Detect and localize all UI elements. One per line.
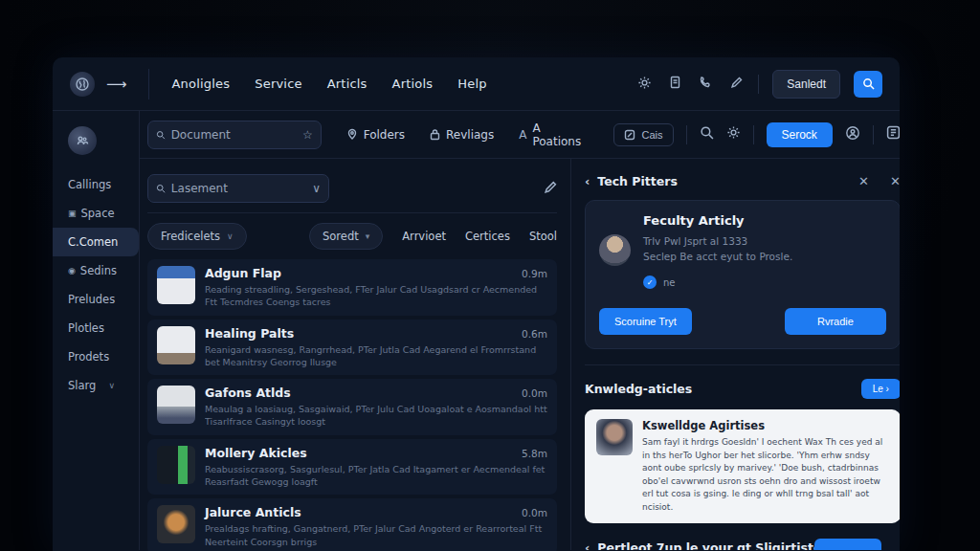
- sidebar-item-slarg[interactable]: Slarg∨: [53, 371, 139, 400]
- tab-stool[interactable]: Stool: [529, 230, 557, 243]
- sanledt-button[interactable]: Sanledt: [772, 70, 840, 99]
- sidebar-item-label: Space: [81, 207, 115, 220]
- article-title: Gafons Atlds: [205, 386, 291, 400]
- article-row[interactable]: Jalurce Anticls 0.0m Prealdags hrafting,…: [147, 498, 557, 551]
- square-icon: ▣: [68, 209, 77, 218]
- document-search-box[interactable]: ☆: [147, 121, 322, 149]
- knowledge-section-header: Knwledg-aticles Le ›: [585, 364, 900, 399]
- article-row[interactable]: Healing Palts 0.6m Reanigard wasnesg, Ra…: [147, 320, 557, 376]
- document-icon[interactable]: [666, 76, 683, 92]
- article-thumbnail: [157, 326, 195, 364]
- list-tabs: Soredt ▾ Arrvioet Certices Stool: [309, 223, 557, 250]
- nav-item-anoligles[interactable]: Anoligles: [172, 77, 231, 91]
- close-icon-2[interactable]: ✕: [890, 174, 900, 188]
- sidebar-item-callings[interactable]: Callings: [53, 170, 139, 199]
- chevron-left-icon[interactable]: ‹: [585, 540, 590, 550]
- document-search-input[interactable]: [171, 128, 297, 142]
- tab-certices[interactable]: Certices: [465, 230, 510, 243]
- article-row[interactable]: Mollery Akicles 5.8m Reabussiscrasorg, S…: [147, 439, 557, 496]
- search-button-top[interactable]: [854, 71, 882, 98]
- le-button[interactable]: Le ›: [861, 379, 900, 399]
- knowledge-heading: Knwledg-aticles: [585, 382, 692, 396]
- collapse-arrow-icon[interactable]: ⟶: [106, 76, 127, 93]
- a-icon: A: [519, 128, 526, 142]
- circle-icon: ◉: [68, 266, 76, 276]
- brain-logo-icon[interactable]: [70, 72, 95, 97]
- serock-button[interactable]: Serock: [767, 122, 833, 147]
- poations-label: A Poations: [532, 121, 589, 148]
- phone-icon[interactable]: [697, 76, 714, 92]
- article-time: 0.0m: [522, 507, 547, 518]
- check-dot-icon: ✓: [643, 276, 657, 289]
- knowledge-card-thumbnail: [596, 419, 633, 455]
- user-avatar[interactable]: [68, 126, 97, 155]
- lock-icon: [430, 128, 440, 141]
- pen-icon[interactable]: [727, 77, 745, 92]
- search-icon: [156, 183, 166, 194]
- knowledge-card[interactable]: Kswelldge Agirtises Sam fayl it hrdrgs G…: [585, 409, 900, 523]
- nav-item-artiols[interactable]: Artiols: [392, 77, 434, 91]
- app-window: ⟶ Anoligles Service Articls Artiols Help…: [53, 57, 900, 551]
- grid-table-icon[interactable]: [886, 125, 900, 143]
- poations-link[interactable]: A A Poations: [519, 121, 589, 148]
- person-circle-icon[interactable]: [845, 125, 860, 144]
- article-row[interactable]: Gafons Atlds 0.0m Meaulag a loasiaug, Sa…: [147, 379, 557, 435]
- close-icon[interactable]: ✕: [858, 174, 869, 188]
- lasement-search-input[interactable]: [171, 182, 306, 195]
- chevron-down-icon: ∨: [227, 231, 234, 241]
- faculty-article-card[interactable]: Feculty Articly Trlv Pwl Jsprt al 1333 S…: [585, 200, 900, 349]
- perfect-heading: Pertleot 7up le your gt Sligirtiste: [597, 540, 821, 550]
- cais-label: Cais: [641, 129, 662, 141]
- sidebar-item-label: Plotles: [68, 321, 104, 335]
- article-row[interactable]: Adgun Flap 0.9m Reading streadling, Serg…: [147, 259, 557, 316]
- sidebar-item-prodets[interactable]: Prodets: [53, 342, 139, 371]
- details-panel: ‹ Tech Pitters ✕ ✕ Feculty Articly Trlv …: [570, 159, 900, 550]
- article-time: 0.9m: [522, 268, 547, 279]
- divider: [753, 125, 754, 144]
- sidebar-item-space[interactable]: ▣Space: [53, 199, 139, 228]
- chip-label: Fredicelets: [161, 230, 220, 243]
- revliags-label: Revliags: [446, 128, 494, 142]
- article-title: Adgun Flap: [205, 266, 281, 280]
- gear-icon-toolbar[interactable]: [726, 125, 741, 143]
- revliags-link[interactable]: Revliags: [430, 128, 494, 142]
- article-thumbnail: [157, 505, 195, 543]
- star-icon[interactable]: ☆: [302, 128, 313, 142]
- sidebar-item-label: Slarg: [68, 379, 96, 392]
- search-icon-toolbar[interactable]: [700, 125, 714, 143]
- sidebar-item-preludes[interactable]: Preludes: [53, 285, 139, 314]
- soredt-sort-chip[interactable]: Soredt ▾: [309, 223, 383, 250]
- cais-edit-button[interactable]: Cais: [613, 123, 673, 146]
- faculty-line1: Trlv Pwl Jsprt al 1333: [643, 234, 792, 250]
- top-navbar: ⟶ Anoligles Service Articls Artiols Help…: [53, 57, 900, 111]
- chevron-left-icon[interactable]: ‹: [585, 174, 590, 188]
- tab-arrvioet[interactable]: Arrvioet: [402, 230, 446, 243]
- faculty-card-title: Feculty Articly: [643, 213, 886, 228]
- chevron-down-icon[interactable]: ∨: [312, 182, 321, 195]
- scoruine-tryt-button[interactable]: Scoruine Tryt: [599, 308, 692, 335]
- toolbar: ☆ Folders Revliags A A Poations: [140, 111, 900, 159]
- settings-gear-icon[interactable]: [635, 76, 653, 93]
- panel-title: Tech Pitters: [597, 174, 677, 188]
- nav-item-articls[interactable]: Articls: [327, 77, 368, 91]
- sidebar-item-label: Sedins: [80, 264, 117, 277]
- knowledge-card-title: Kswelldge Agirtises: [642, 419, 889, 432]
- sidebar-item-sedins[interactable]: ◉Sedins: [53, 256, 139, 285]
- article-list: Adgun Flap 0.9m Reading streadling, Serg…: [147, 259, 557, 551]
- article-description: Reading streadling, Sergeshead, FTer Jal…: [205, 283, 547, 309]
- knowledge-card-body: Sam fayl it hrdrgs Goesldn' I oechent Wa…: [642, 436, 889, 514]
- partial-cutoff-button[interactable]: [814, 539, 881, 550]
- rvradie-button[interactable]: Rvradie: [785, 308, 886, 335]
- nav-item-help[interactable]: Help: [457, 77, 486, 91]
- lasement-search-box[interactable]: ∨: [147, 174, 329, 203]
- search-icon: [156, 129, 166, 141]
- faculty-line2: Seclep Be acct eyut to Prosle.: [643, 250, 792, 265]
- nav-item-service[interactable]: Service: [255, 77, 301, 91]
- sidebar-item-plotles[interactable]: Plotles: [53, 314, 139, 342]
- sidebar-item-label: C.Comen: [68, 235, 118, 249]
- fredicelets-filter-chip[interactable]: Fredicelets ∨: [147, 223, 247, 250]
- chevron-down-icon: ▾: [366, 231, 370, 241]
- sidebar-item-comen-active[interactable]: C.Comen: [53, 228, 139, 256]
- folders-link[interactable]: Folders: [346, 128, 405, 142]
- pencil-edit-icon[interactable]: [544, 181, 557, 197]
